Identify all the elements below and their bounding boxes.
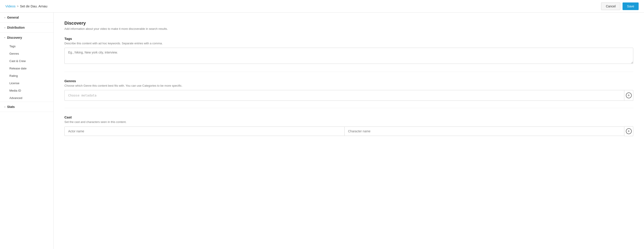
main-layout: › General › Distribution › Discovery Tag…: [0, 13, 644, 249]
sidebar-distribution-label: Distribution: [7, 26, 25, 29]
cast-input-row: +: [64, 126, 633, 136]
genres-section: Genres Choose which Genre this content b…: [64, 79, 633, 108]
chevron-right-icon: ›: [4, 16, 5, 19]
sidebar-section-general: › General: [0, 13, 54, 23]
sidebar-item-distribution[interactable]: › Distribution: [0, 23, 54, 33]
chevron-right-icon: ›: [4, 105, 5, 108]
tags-section: Tags Describe this content with ad hoc k…: [64, 37, 633, 72]
sidebar-item-tags[interactable]: Tags: [0, 43, 54, 50]
genres-add-button[interactable]: +: [624, 90, 633, 101]
breadcrumb-videos-link[interactable]: Videos: [5, 4, 16, 8]
page-title: Discovery: [64, 21, 633, 26]
genres-select[interactable]: Choose metadata: [64, 90, 624, 101]
sidebar-item-discovery[interactable]: › Discovery: [0, 33, 54, 43]
chevron-right-icon: ›: [4, 26, 5, 29]
breadcrumb-separator: >: [17, 5, 19, 8]
header-actions: Cancel Save: [601, 3, 639, 10]
sidebar: › General › Distribution › Discovery Tag…: [0, 13, 54, 249]
tags-input[interactable]: [64, 48, 633, 64]
sidebar-item-advanced[interactable]: Advanced: [0, 94, 54, 102]
sidebar-item-rating[interactable]: Rating: [0, 72, 54, 80]
discovery-sub-items: Tags Genres Cast & Crew Release date Rat…: [0, 43, 54, 102]
character-name-input[interactable]: [344, 127, 624, 136]
tags-label: Tags: [64, 37, 633, 41]
plus-circle-icon: +: [626, 128, 632, 134]
cast-hint: Set the cast and characters seen in this…: [64, 120, 633, 124]
plus-circle-icon: +: [626, 93, 632, 98]
sidebar-item-release-date[interactable]: Release date: [0, 65, 54, 72]
sidebar-general-label: General: [7, 16, 19, 19]
sidebar-discovery-label: Discovery: [7, 36, 22, 39]
cast-label: Cast: [64, 115, 633, 119]
tags-hint: Describe this content with ad hoc keywor…: [64, 42, 633, 45]
sidebar-section-distribution: › Distribution: [0, 23, 54, 33]
actor-name-input[interactable]: [64, 127, 344, 136]
sidebar-item-genres[interactable]: Genres: [0, 50, 54, 57]
save-button[interactable]: Save: [622, 3, 639, 10]
breadcrumb: Videos > Set de Dau. Arnau: [5, 4, 48, 8]
genres-placeholder: Choose metadata: [68, 94, 96, 97]
sidebar-item-license[interactable]: License: [0, 80, 54, 87]
cast-section: Cast Set the cast and characters seen in…: [64, 115, 633, 143]
app-header: Videos > Set de Dau. Arnau Cancel Save: [0, 0, 644, 13]
sidebar-item-cast-crew[interactable]: Cast & Crew: [0, 57, 54, 65]
sidebar-item-general[interactable]: › General: [0, 13, 54, 22]
sidebar-section-discovery: › Discovery Tags Genres Cast & Crew Rele…: [0, 33, 54, 102]
chevron-down-icon: ›: [4, 37, 6, 38]
sidebar-item-media-id[interactable]: Media ID: [0, 87, 54, 94]
main-content: Discovery Add information about your vid…: [54, 13, 644, 249]
genres-label: Genres: [64, 79, 633, 83]
sidebar-section-stats: › Stats: [0, 102, 54, 112]
genres-hint: Choose which Genre this content best fit…: [64, 84, 633, 87]
sidebar-stats-label: Stats: [7, 105, 15, 109]
breadcrumb-current-page: Set de Dau. Arnau: [20, 4, 48, 8]
cancel-button[interactable]: Cancel: [601, 3, 620, 10]
sidebar-item-stats[interactable]: › Stats: [0, 102, 54, 112]
cast-add-button[interactable]: +: [624, 126, 633, 136]
section-description: Add information about your video to make…: [64, 27, 633, 31]
genres-input-row: Choose metadata +: [64, 90, 633, 101]
